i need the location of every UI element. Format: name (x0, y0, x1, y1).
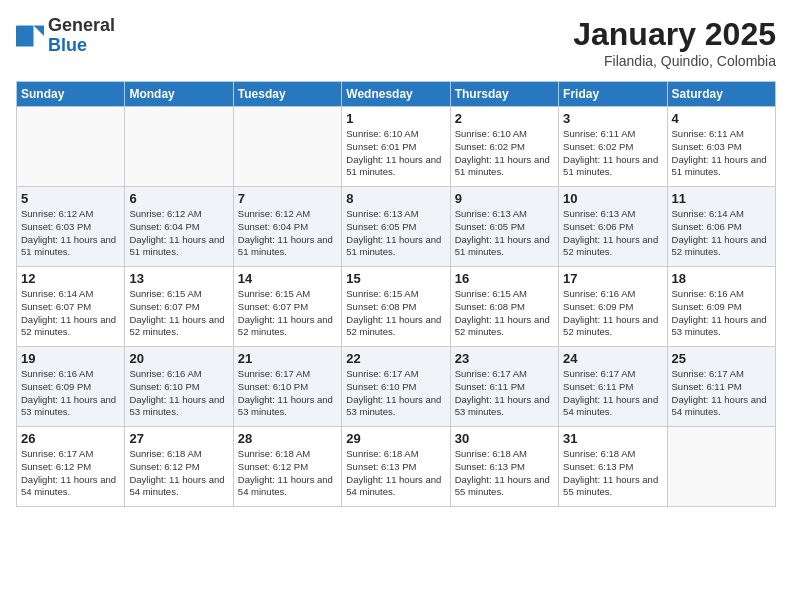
weekday-header: Monday (125, 82, 233, 107)
day-info: Sunrise: 6:15 AM Sunset: 6:08 PM Dayligh… (346, 288, 445, 339)
day-info: Sunrise: 6:17 AM Sunset: 6:11 PM Dayligh… (672, 368, 771, 419)
day-number: 17 (563, 271, 662, 286)
day-number: 14 (238, 271, 337, 286)
day-number: 28 (238, 431, 337, 446)
calendar-cell: 15Sunrise: 6:15 AM Sunset: 6:08 PM Dayli… (342, 267, 450, 347)
day-number: 23 (455, 351, 554, 366)
day-info: Sunrise: 6:17 AM Sunset: 6:10 PM Dayligh… (346, 368, 445, 419)
weekday-header: Saturday (667, 82, 775, 107)
calendar-cell (233, 107, 341, 187)
day-number: 10 (563, 191, 662, 206)
day-number: 4 (672, 111, 771, 126)
day-info: Sunrise: 6:16 AM Sunset: 6:09 PM Dayligh… (563, 288, 662, 339)
calendar-cell (17, 107, 125, 187)
day-info: Sunrise: 6:17 AM Sunset: 6:11 PM Dayligh… (563, 368, 662, 419)
svg-rect-1 (16, 25, 34, 46)
day-number: 22 (346, 351, 445, 366)
day-info: Sunrise: 6:18 AM Sunset: 6:13 PM Dayligh… (455, 448, 554, 499)
day-info: Sunrise: 6:14 AM Sunset: 6:06 PM Dayligh… (672, 208, 771, 259)
calendar-cell: 4Sunrise: 6:11 AM Sunset: 6:03 PM Daylig… (667, 107, 775, 187)
day-number: 26 (21, 431, 120, 446)
calendar-cell: 12Sunrise: 6:14 AM Sunset: 6:07 PM Dayli… (17, 267, 125, 347)
calendar-cell: 3Sunrise: 6:11 AM Sunset: 6:02 PM Daylig… (559, 107, 667, 187)
calendar-cell: 26Sunrise: 6:17 AM Sunset: 6:12 PM Dayli… (17, 427, 125, 507)
day-info: Sunrise: 6:11 AM Sunset: 6:03 PM Dayligh… (672, 128, 771, 179)
title-block: January 2025 Filandia, Quindio, Colombia (573, 16, 776, 69)
logo-blue-text: Blue (48, 35, 87, 55)
day-number: 25 (672, 351, 771, 366)
logo-icon (16, 22, 44, 50)
calendar-cell: 11Sunrise: 6:14 AM Sunset: 6:06 PM Dayli… (667, 187, 775, 267)
day-number: 8 (346, 191, 445, 206)
calendar-cell: 29Sunrise: 6:18 AM Sunset: 6:13 PM Dayli… (342, 427, 450, 507)
calendar-cell: 13Sunrise: 6:15 AM Sunset: 6:07 PM Dayli… (125, 267, 233, 347)
day-number: 13 (129, 271, 228, 286)
logo: General Blue (16, 16, 115, 56)
weekday-header: Wednesday (342, 82, 450, 107)
calendar-cell: 9Sunrise: 6:13 AM Sunset: 6:05 PM Daylig… (450, 187, 558, 267)
calendar-cell: 28Sunrise: 6:18 AM Sunset: 6:12 PM Dayli… (233, 427, 341, 507)
calendar-cell: 16Sunrise: 6:15 AM Sunset: 6:08 PM Dayli… (450, 267, 558, 347)
day-number: 5 (21, 191, 120, 206)
calendar-cell: 8Sunrise: 6:13 AM Sunset: 6:05 PM Daylig… (342, 187, 450, 267)
day-number: 1 (346, 111, 445, 126)
calendar-cell: 27Sunrise: 6:18 AM Sunset: 6:12 PM Dayli… (125, 427, 233, 507)
calendar-cell: 14Sunrise: 6:15 AM Sunset: 6:07 PM Dayli… (233, 267, 341, 347)
day-info: Sunrise: 6:15 AM Sunset: 6:07 PM Dayligh… (129, 288, 228, 339)
calendar-cell: 10Sunrise: 6:13 AM Sunset: 6:06 PM Dayli… (559, 187, 667, 267)
weekday-header: Sunday (17, 82, 125, 107)
day-number: 15 (346, 271, 445, 286)
day-info: Sunrise: 6:18 AM Sunset: 6:13 PM Dayligh… (563, 448, 662, 499)
day-number: 20 (129, 351, 228, 366)
calendar-week-row: 12Sunrise: 6:14 AM Sunset: 6:07 PM Dayli… (17, 267, 776, 347)
day-info: Sunrise: 6:16 AM Sunset: 6:09 PM Dayligh… (672, 288, 771, 339)
day-number: 7 (238, 191, 337, 206)
weekday-header: Friday (559, 82, 667, 107)
day-number: 9 (455, 191, 554, 206)
calendar-cell: 22Sunrise: 6:17 AM Sunset: 6:10 PM Dayli… (342, 347, 450, 427)
day-info: Sunrise: 6:18 AM Sunset: 6:13 PM Dayligh… (346, 448, 445, 499)
calendar-cell: 25Sunrise: 6:17 AM Sunset: 6:11 PM Dayli… (667, 347, 775, 427)
calendar-cell: 7Sunrise: 6:12 AM Sunset: 6:04 PM Daylig… (233, 187, 341, 267)
svg-marker-0 (34, 25, 45, 36)
day-info: Sunrise: 6:14 AM Sunset: 6:07 PM Dayligh… (21, 288, 120, 339)
calendar-title: January 2025 (573, 16, 776, 53)
calendar-week-row: 19Sunrise: 6:16 AM Sunset: 6:09 PM Dayli… (17, 347, 776, 427)
calendar-week-row: 26Sunrise: 6:17 AM Sunset: 6:12 PM Dayli… (17, 427, 776, 507)
calendar-cell: 24Sunrise: 6:17 AM Sunset: 6:11 PM Dayli… (559, 347, 667, 427)
calendar-cell (667, 427, 775, 507)
day-number: 24 (563, 351, 662, 366)
calendar-cell: 6Sunrise: 6:12 AM Sunset: 6:04 PM Daylig… (125, 187, 233, 267)
calendar-subtitle: Filandia, Quindio, Colombia (573, 53, 776, 69)
day-info: Sunrise: 6:17 AM Sunset: 6:11 PM Dayligh… (455, 368, 554, 419)
day-info: Sunrise: 6:11 AM Sunset: 6:02 PM Dayligh… (563, 128, 662, 179)
calendar-cell: 19Sunrise: 6:16 AM Sunset: 6:09 PM Dayli… (17, 347, 125, 427)
calendar-cell: 17Sunrise: 6:16 AM Sunset: 6:09 PM Dayli… (559, 267, 667, 347)
day-number: 12 (21, 271, 120, 286)
day-info: Sunrise: 6:10 AM Sunset: 6:02 PM Dayligh… (455, 128, 554, 179)
weekday-header: Thursday (450, 82, 558, 107)
day-info: Sunrise: 6:10 AM Sunset: 6:01 PM Dayligh… (346, 128, 445, 179)
day-number: 31 (563, 431, 662, 446)
day-info: Sunrise: 6:12 AM Sunset: 6:04 PM Dayligh… (238, 208, 337, 259)
logo-general-text: General (48, 15, 115, 35)
day-number: 6 (129, 191, 228, 206)
calendar-cell: 5Sunrise: 6:12 AM Sunset: 6:03 PM Daylig… (17, 187, 125, 267)
page-header: General Blue January 2025 Filandia, Quin… (16, 16, 776, 69)
day-info: Sunrise: 6:13 AM Sunset: 6:05 PM Dayligh… (455, 208, 554, 259)
calendar-cell (125, 107, 233, 187)
day-number: 16 (455, 271, 554, 286)
day-info: Sunrise: 6:17 AM Sunset: 6:10 PM Dayligh… (238, 368, 337, 419)
day-number: 29 (346, 431, 445, 446)
calendar-table: SundayMondayTuesdayWednesdayThursdayFrid… (16, 81, 776, 507)
calendar-cell: 18Sunrise: 6:16 AM Sunset: 6:09 PM Dayli… (667, 267, 775, 347)
day-number: 19 (21, 351, 120, 366)
day-number: 11 (672, 191, 771, 206)
day-number: 30 (455, 431, 554, 446)
day-info: Sunrise: 6:15 AM Sunset: 6:08 PM Dayligh… (455, 288, 554, 339)
calendar-cell: 31Sunrise: 6:18 AM Sunset: 6:13 PM Dayli… (559, 427, 667, 507)
calendar-cell: 23Sunrise: 6:17 AM Sunset: 6:11 PM Dayli… (450, 347, 558, 427)
calendar-cell: 1Sunrise: 6:10 AM Sunset: 6:01 PM Daylig… (342, 107, 450, 187)
day-info: Sunrise: 6:16 AM Sunset: 6:09 PM Dayligh… (21, 368, 120, 419)
day-info: Sunrise: 6:13 AM Sunset: 6:05 PM Dayligh… (346, 208, 445, 259)
